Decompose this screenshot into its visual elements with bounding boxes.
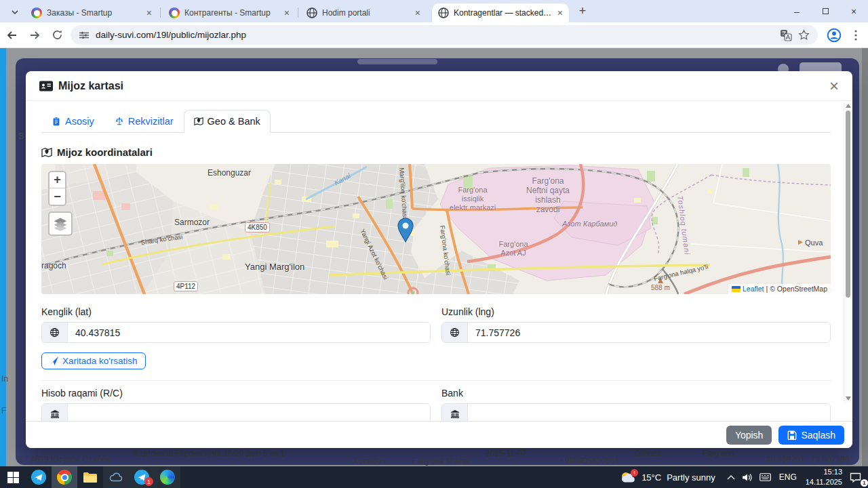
window-minimize-button[interactable]: – [783, 0, 811, 22]
browser-menu-button[interactable] [846, 26, 865, 45]
modal-close-icon[interactable]: × [825, 78, 843, 94]
tab-zakazy[interactable]: Заказы - Smartup × [25, 3, 158, 22]
tab-kontragenty[interactable]: Контрагенты - Smartup × [163, 3, 296, 22]
tab-close-icon[interactable]: × [146, 8, 152, 18]
tab-hodim-portali[interactable]: Hodim portali × [300, 3, 427, 22]
taskbar-explorer[interactable] [77, 466, 103, 488]
background-letter: S [18, 131, 24, 141]
tray-clock[interactable]: 15:13 14.11.2025 [802, 467, 846, 487]
modal-scrollbar[interactable] [844, 102, 852, 403]
smartup-favicon-icon [169, 7, 180, 18]
show-on-map-button[interactable]: Xaritada ko'rsatish [41, 352, 146, 369]
background-letter: In [1, 374, 8, 384]
start-button[interactable] [0, 466, 26, 488]
cloud-icon [109, 472, 123, 482]
tray-language[interactable]: ENG [774, 472, 802, 482]
new-tab-button[interactable]: + [574, 3, 591, 19]
tab-separator [298, 7, 298, 18]
lat-field-group: Kenglik (lat) [41, 306, 431, 343]
action-center-button[interactable]: 1 [846, 466, 868, 488]
tab-close-icon[interactable]: × [557, 8, 563, 18]
translate-icon[interactable] [780, 29, 792, 41]
scrollbar-up-arrow[interactable] [846, 104, 851, 108]
map-pin-icon [194, 117, 203, 126]
save-button[interactable]: Saqlash [778, 426, 844, 445]
browser-tab-strip: Заказы - Smartup × Контрагенты - Smartup… [0, 0, 868, 22]
windows-logo-icon [7, 472, 19, 483]
windows-taskbar: 1 ! 15°C Partly sunny ENG 15:13 14.11.20… [0, 466, 868, 488]
account-label: Hisob raqami (R/C) [41, 388, 431, 399]
save-icon [787, 430, 797, 440]
background-cell-text: 71.807396 [811, 455, 850, 464]
site-settings-icon[interactable] [79, 30, 90, 41]
keyboard-icon [760, 473, 771, 481]
lng-label: Uzunlik (lng) [441, 306, 831, 317]
scrollbar-down-arrow[interactable] [846, 396, 851, 401]
window-maximize-button[interactable] [811, 0, 840, 22]
bank-label: Bank [441, 388, 831, 399]
close-button[interactable]: Yopish [726, 426, 772, 445]
scrollbar-thumb[interactable] [846, 110, 850, 298]
zoom-in-button[interactable]: + [50, 172, 65, 188]
tab-close-icon[interactable]: × [415, 8, 420, 18]
weather-desc: Partly sunny [667, 472, 715, 483]
zoom-out-button[interactable]: − [50, 188, 65, 205]
show-on-map-label: Xaritada ko'rsatish [62, 356, 138, 366]
notification-badge: 1 [144, 477, 153, 486]
modal-header: Mijoz kartasi × [26, 71, 852, 101]
lng-input[interactable] [468, 323, 830, 342]
modal-title: Mijoz kartasi [58, 80, 123, 92]
window-close-button[interactable]: × [840, 0, 868, 22]
url-text[interactable]: daily-suvi.com/19l/public/mijozlar.php [96, 30, 774, 40]
background-cell-text: 8 [18, 455, 23, 464]
taskbar-weather[interactable]: ! 15°C Partly sunny [612, 466, 724, 488]
section-title: Mijoz koordinatalari [57, 146, 153, 158]
taskbar-chrome-active[interactable] [52, 466, 77, 488]
background-cell-text: 40.369201 [766, 455, 805, 464]
address-bar[interactable]: daily-suvi.com/19l/public/mijozlar.php [71, 25, 818, 45]
profile-avatar[interactable] [825, 26, 844, 45]
kebab-menu-icon [854, 30, 857, 41]
reload-icon [52, 29, 63, 41]
reload-button[interactable] [47, 25, 67, 45]
tab-search-button[interactable] [6, 5, 23, 19]
lat-input[interactable] [68, 323, 430, 342]
tab-title: Kontragentlar — stacked moda [454, 8, 553, 18]
mijoz-kartasi-modal: Mijoz kartasi × Asosiy Rekvizitlar Geo &… [26, 71, 852, 448]
page-left-accent [0, 48, 6, 466]
tab-kontragentlar-active[interactable]: Kontragentlar — stacked moda × [432, 3, 569, 22]
tab-label: Rekvizitlar [128, 116, 174, 127]
window-controls: – × [783, 0, 868, 22]
taskbar-telegram[interactable] [26, 466, 52, 488]
layers-icon [53, 216, 68, 231]
tab-geo-bank[interactable]: Geo & Bank [184, 110, 271, 133]
coords-row: Kenglik (lat) Uzunlik (lng) [41, 306, 831, 343]
modal-tab-bar: Asosiy Rekvizitlar Geo & Bank [41, 110, 831, 133]
background-cell-text: Dilnoza [635, 449, 662, 458]
osm-link[interactable]: © OpenStreetMap [770, 285, 827, 293]
tab-title: Контрагенты - Smartup [184, 8, 279, 18]
taskbar-edge[interactable] [155, 466, 180, 488]
map-layers-control[interactable] [48, 211, 73, 236]
tab-rekvizitlar[interactable]: Rekvizitlar [104, 110, 184, 133]
tab-close-icon[interactable]: × [284, 8, 290, 18]
page-scrollbar[interactable] [862, 48, 868, 466]
tray-date: 14.11.2025 [806, 477, 842, 487]
forward-button[interactable] [24, 25, 45, 45]
bank-field-group: Bank [441, 388, 831, 424]
tab-asosiy[interactable]: Asosiy [41, 110, 104, 133]
smartup-favicon-icon [31, 7, 42, 18]
tray-expand-button[interactable] [724, 466, 738, 488]
taskbar-cloud-app[interactable] [103, 466, 129, 488]
leaflet-map[interactable]: EshonguzarSarmozorYangi Marg'ilonaqayrag… [41, 164, 831, 294]
map-canvas [41, 164, 831, 294]
tray-volume[interactable] [738, 466, 756, 488]
tray-keyboard[interactable] [756, 466, 774, 488]
leaflet-link[interactable]: Leaflet [743, 285, 764, 293]
back-button[interactable] [2, 25, 22, 45]
browser-toolbar: daily-suvi.com/19l/public/mijozlar.php [0, 22, 868, 48]
bookmark-star-icon[interactable] [798, 29, 810, 41]
background-cell-text: 4639 Юсупов Отабек [31, 455, 110, 464]
taskbar-messenger-app[interactable]: 1 [129, 466, 155, 488]
modal-footer: Yopish Saqlash [26, 421, 852, 448]
